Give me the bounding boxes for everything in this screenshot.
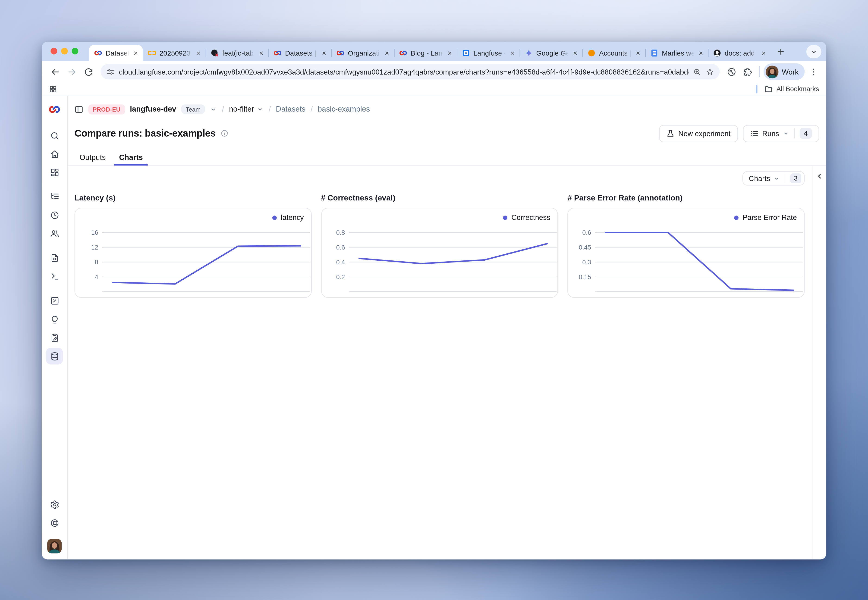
- tab-close-icon[interactable]: ×: [509, 49, 516, 57]
- browser-tab-5[interactable]: Blog - Lang×: [394, 45, 457, 61]
- tab-close-icon[interactable]: ×: [698, 49, 704, 57]
- legend-dot-icon: [273, 215, 277, 220]
- url-bar[interactable]: cloud.langfuse.com/project/cmfwgv8fx002o…: [100, 64, 719, 79]
- project-name[interactable]: no-filter: [229, 105, 264, 114]
- new-experiment-button[interactable]: New experiment: [659, 125, 738, 142]
- tab-search-button[interactable]: [806, 45, 821, 58]
- all-bookmarks-label[interactable]: All Bookmarks: [777, 85, 819, 93]
- chart-card: Parse Error Rate0.150.30.450.6: [568, 208, 805, 298]
- sidebar-item-home[interactable]: [46, 145, 63, 162]
- sidebar-item-trace-tree[interactable]: [46, 188, 63, 205]
- chart-card: Correctness0.20.40.60.8: [321, 208, 558, 298]
- browser-tab-6[interactable]: 6Langfuse -×: [457, 45, 519, 61]
- browser-tab-1[interactable]: 20250923×: [143, 45, 206, 61]
- user-avatar[interactable]: [47, 539, 62, 553]
- org-plan-badge: Team: [181, 105, 205, 114]
- svg-text:0.6: 0.6: [583, 229, 591, 236]
- sidebar-item-datasets-database[interactable]: [46, 348, 63, 364]
- tab-close-icon[interactable]: ×: [446, 49, 453, 57]
- tab-close-icon[interactable]: ×: [384, 49, 390, 57]
- sidebar-item-annotation-clipboard[interactable]: [46, 329, 63, 346]
- tab-close-icon[interactable]: ×: [321, 49, 327, 57]
- profile-avatar: [766, 65, 778, 78]
- sidebar-item-evals-square-percent[interactable]: [46, 292, 63, 309]
- toolbar-divider: [759, 66, 759, 77]
- reload-icon: [83, 67, 93, 76]
- collapse-panel-chevron-left-icon[interactable]: [815, 172, 823, 180]
- page-title: Compare runs: basic-examples: [74, 127, 216, 139]
- browser-tab-0[interactable]: Datasets | l×: [89, 45, 143, 61]
- browser-tab-8[interactable]: Accounts |×: [583, 45, 645, 61]
- sidebar-item-insights-lightbulb[interactable]: [46, 311, 63, 328]
- svg-text:0.4: 0.4: [336, 259, 345, 266]
- svg-text:0.3: 0.3: [583, 259, 591, 266]
- zoom-window-button[interactable]: [72, 48, 79, 55]
- chart-card: latency481216: [74, 208, 312, 298]
- langfuse-favicon-icon: [94, 49, 102, 57]
- close-window-button[interactable]: [50, 48, 57, 55]
- minimize-window-button[interactable]: [61, 48, 68, 55]
- extensions-button[interactable]: [740, 64, 755, 79]
- calendar-favicon-icon: 6: [462, 49, 470, 57]
- tab-charts[interactable]: Charts: [114, 150, 148, 165]
- tab-title: Organizatio: [348, 49, 380, 57]
- sidebar-toggle-icon[interactable]: [74, 105, 83, 114]
- browser-tab-10[interactable]: docs: add×: [708, 45, 771, 61]
- org-switcher-chevron-icon[interactable]: [210, 106, 217, 112]
- sidebar-item-prompt-file-code[interactable]: [46, 250, 63, 266]
- runs-selector-button[interactable]: Runs 4: [743, 125, 819, 142]
- bookmarks-bar: All Bookmarks: [42, 82, 826, 96]
- tab-title: Google Ge: [536, 49, 569, 57]
- tab-close-icon[interactable]: ×: [132, 49, 139, 57]
- flask-icon: [666, 129, 674, 138]
- collapse-strip: [812, 165, 826, 559]
- sidebar-item-settings-gear[interactable]: [46, 496, 63, 513]
- sidebar-item-sessions-clock[interactable]: [46, 207, 63, 223]
- tab-close-icon[interactable]: ×: [760, 49, 767, 57]
- browser-profile-chip[interactable]: Work: [763, 64, 805, 80]
- sidebar-item-playground-terminal[interactable]: [46, 268, 63, 285]
- tab-outputs[interactable]: Outputs: [74, 150, 111, 165]
- forward-button[interactable]: [64, 64, 79, 79]
- sidebar-item-support-lifebuoy[interactable]: [46, 514, 63, 531]
- browser-menu-button[interactable]: [806, 64, 821, 79]
- sessions-clock-icon: [50, 210, 59, 220]
- browser-tab-2[interactable]: feat(io-tab×: [206, 45, 269, 61]
- tab-title: 20250923: [159, 49, 192, 57]
- sidebar-item-search[interactable]: [46, 127, 63, 144]
- langfuse-app: PROD-EU langfuse-dev Team / no-filter / …: [42, 96, 826, 559]
- tab-close-icon[interactable]: ×: [195, 49, 202, 57]
- breadcrumb-dataset-name-link[interactable]: basic-examples: [318, 105, 370, 114]
- tab-close-icon[interactable]: ×: [572, 49, 578, 57]
- tab-title: Datasets | l: [285, 49, 317, 57]
- bookmark-star-icon[interactable]: [706, 68, 714, 76]
- tab-close-icon[interactable]: ×: [258, 49, 264, 57]
- back-button[interactable]: [47, 64, 63, 79]
- github-x-favicon-icon: [211, 49, 219, 57]
- new-tab-button[interactable]: [773, 44, 789, 59]
- org-name[interactable]: langfuse-dev: [130, 105, 176, 114]
- browser-tab-9[interactable]: Marlies we×: [645, 45, 708, 61]
- svg-text:12: 12: [91, 244, 99, 251]
- chart-block-0: Latency (s)latency481216: [74, 193, 312, 298]
- password-manager-button[interactable]: [724, 64, 739, 79]
- apps-grid-icon[interactable]: [49, 85, 57, 93]
- sidebar-item-dashboard-grid[interactable]: [46, 164, 63, 180]
- environment-badge[interactable]: PROD-EU: [88, 104, 125, 114]
- chart-block-2: # Parse Error Rate (annotation)Parse Err…: [568, 193, 805, 298]
- breadcrumb-datasets-link[interactable]: Datasets: [276, 105, 305, 114]
- zoom-magnifier-icon[interactable]: [693, 68, 701, 76]
- site-settings-tune-icon[interactable]: [106, 68, 114, 76]
- browser-tab-7[interactable]: Google Ge×: [520, 45, 583, 61]
- browser-tab-4[interactable]: Organizatio×: [331, 45, 394, 61]
- browser-tab-3[interactable]: Datasets | l×: [269, 45, 331, 61]
- url-text[interactable]: cloud.langfuse.com/project/cmfwgv8fx002o…: [119, 68, 688, 76]
- project-switcher-chevron-icon[interactable]: [257, 106, 264, 112]
- github-favicon-icon: [713, 49, 721, 57]
- langfuse-logo-icon[interactable]: [49, 103, 61, 115]
- tab-close-icon[interactable]: ×: [635, 49, 641, 57]
- reload-button[interactable]: [80, 64, 96, 79]
- charts-selector-button[interactable]: Charts 3: [742, 171, 804, 185]
- sidebar-item-users[interactable]: [46, 225, 63, 242]
- info-icon[interactable]: [221, 129, 229, 137]
